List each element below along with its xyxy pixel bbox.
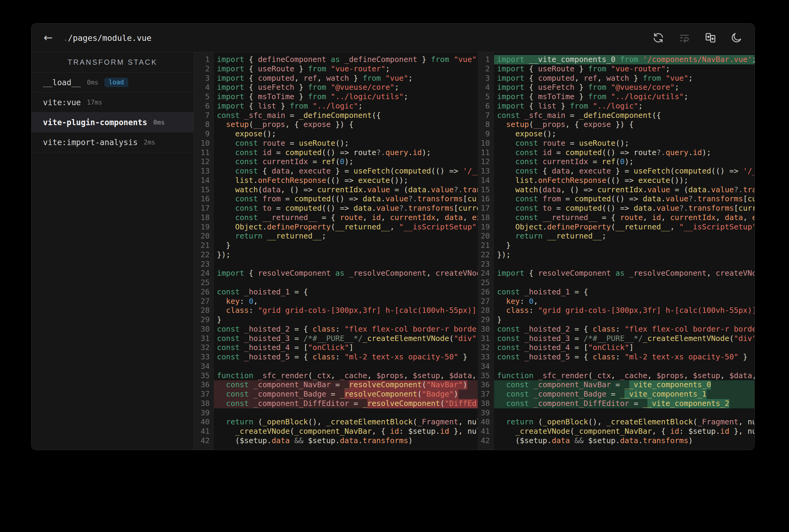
sidebar-item-vite-import-analysis[interactable]: vite:import-analysis2ms [32, 132, 194, 152]
code-line: const _component_Badge = _resolveCompone… [214, 390, 478, 399]
code-line: const currentIdx = ref(0); [494, 157, 754, 167]
code-line: Object.defineProperty(__returned__, "__i… [214, 223, 478, 232]
line-number: 8 [194, 120, 210, 129]
inline-diff-icon[interactable] [678, 32, 691, 44]
line-number: 27 [478, 297, 490, 306]
code-line [214, 278, 478, 287]
line-number: 6 [194, 101, 210, 111]
code-line: const _hoisted_4 = ["onClick"] [214, 343, 478, 353]
code-before: import { defineComponent as _defineCompo… [214, 52, 478, 450]
code-line: watch(data, () => currentIdx.value = (da… [494, 185, 754, 195]
code-line: setup(__props, { expose }) { [494, 120, 754, 129]
code-line: const id = computed(() => route?.query.i… [214, 148, 478, 157]
code-line: function _sfc_render(_ctx, _cache, $prop… [214, 371, 478, 381]
line-number: 22 [478, 250, 490, 260]
dark-mode-icon[interactable] [730, 32, 742, 44]
line-number: 38 [478, 399, 490, 408]
line-number: 36 [478, 380, 490, 390]
diff-view: 1234567891011121314151617181920212223242… [194, 52, 754, 450]
line-number: 24 [478, 269, 490, 278]
code-line: } [214, 241, 478, 250]
line-number: 18 [194, 213, 210, 223]
line-number: 35 [478, 371, 490, 381]
line-number: 5 [194, 92, 210, 101]
code-line [494, 362, 754, 371]
line-number: 3 [194, 74, 210, 83]
code-line: list.onFetchResponse(() => execute()); [214, 176, 478, 185]
code-line: import { msToTime } from "../logic/utils… [214, 92, 478, 101]
code-line: const _hoisted_4 = ["onClick"] [494, 343, 754, 353]
line-number: 17 [194, 204, 210, 213]
line-number: 34 [478, 362, 490, 371]
line-number: 5 [478, 92, 490, 101]
code-line: const _component_NavBar = __vite_compone… [494, 380, 754, 390]
line-number: 38 [194, 399, 210, 408]
code-line: return (_openBlock(), _createElementBloc… [494, 417, 754, 427]
plugin-list: __load__0msloadvite:vue17msvite-plugin-c… [32, 73, 194, 152]
line-number: 9 [478, 129, 490, 139]
line-number: 11 [194, 148, 210, 157]
line-number: 35 [194, 371, 210, 381]
header-toolbar [652, 32, 742, 44]
line-number: 15 [194, 185, 210, 195]
code-line: const _hoisted_2 = { class: "flex flex-c… [494, 325, 754, 334]
diff-panel-after[interactable]: 1234567891011121314151617181920212223242… [478, 52, 754, 450]
main-area: TRANSFORM STACK __load__0msloadvite:vue1… [32, 52, 754, 450]
code-line: const _component_DiffEditor = _resolveCo… [214, 399, 478, 408]
line-number: 1 [194, 55, 210, 64]
code-line: const _hoisted_3 = /*#__PURE__*/_createE… [494, 334, 754, 343]
code-line [214, 408, 478, 418]
code-line: class: "grid grid-cols-[300px,3fr] h-[ca… [214, 306, 478, 315]
line-number: 37 [194, 390, 210, 399]
code-line: import { useFetch } from "@vueuse/core"; [214, 83, 478, 92]
line-number: 6 [478, 101, 490, 111]
line-number: 2 [194, 64, 210, 74]
code-line [214, 362, 478, 371]
code-line: import { computed, ref, watch } from "vu… [494, 74, 754, 83]
code-after: import __vite_components_0 from '/compon… [494, 52, 754, 450]
line-number: 28 [194, 306, 210, 315]
line-number: 29 [194, 315, 210, 325]
transform-stack-sidebar: TRANSFORM STACK __load__0msloadvite:vue1… [32, 52, 194, 450]
refresh-icon[interactable] [652, 32, 664, 44]
code-line: } [214, 315, 478, 325]
code-line: ($setup.data && $setup.data.transforms) [214, 436, 478, 445]
code-line: _createVNode(_component_NavBar, { id: $s… [214, 427, 478, 436]
line-number: 30 [194, 325, 210, 334]
code-line: const currentIdx = ref(0); [214, 157, 478, 167]
side-by-side-diff-icon[interactable] [704, 32, 716, 44]
line-number: 36 [194, 380, 210, 390]
line-number: 42 [194, 436, 210, 445]
code-line: list.onFetchResponse(() => execute()); [494, 176, 754, 185]
line-number: 7 [194, 111, 210, 120]
sidebar-item-vite-plugin-components[interactable]: vite-plugin-components0ms [32, 112, 194, 132]
line-number: 12 [478, 157, 490, 167]
code-line: const id = computed(() => route?.query.i… [494, 148, 754, 157]
header-bar: ← ./pages/module.vue [32, 23, 754, 52]
code-line: import { computed, ref, watch } from "vu… [214, 74, 478, 83]
line-number: 14 [478, 176, 490, 185]
code-line: class: "grid grid-cols-[300px,3fr] h-[ca… [494, 306, 754, 315]
line-number: 20 [194, 231, 210, 241]
code-line: const _hoisted_1 = { [494, 287, 754, 297]
code-line: import { resolveComponent as _resolveCom… [214, 269, 478, 278]
code-line: }); [214, 250, 478, 260]
line-number: 18 [478, 213, 490, 223]
line-number: 33 [194, 353, 210, 362]
line-number: 40 [194, 417, 210, 427]
back-button[interactable]: ← [43, 32, 53, 43]
code-line: const __returned__ = { route, id, curren… [214, 213, 478, 223]
line-number: 21 [478, 241, 490, 250]
code-line: const to = computed(() => data.value?.tr… [214, 204, 478, 213]
code-line: const to = computed(() => data.value?.tr… [494, 204, 754, 213]
sidebar-item-vite-vue[interactable]: vite:vue17ms [32, 93, 194, 112]
line-number: 2 [478, 64, 490, 74]
line-number: 19 [478, 223, 490, 232]
line-number: 31 [194, 334, 210, 343]
code-line: key: 0, [214, 297, 478, 306]
page-title: ./pages/module.vue [63, 33, 151, 43]
diff-panel-before[interactable]: 1234567891011121314151617181920212223242… [194, 52, 478, 450]
sidebar-item-load[interactable]: __load__0msload [32, 73, 194, 93]
code-line: _createVNode(_component_NavBar, { id: $s… [494, 427, 754, 436]
code-line: watch(data, () => currentIdx.value = (da… [214, 185, 478, 195]
